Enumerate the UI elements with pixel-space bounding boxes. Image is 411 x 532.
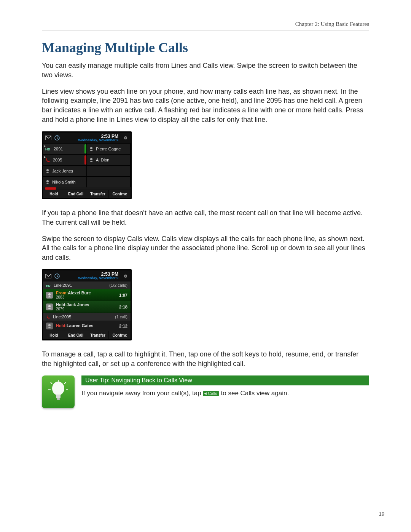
person-icon	[45, 180, 50, 184]
phone-status-bar: 2:53 PM Wednesday, November 9	[43, 133, 131, 143]
call-count: (1 call)	[115, 315, 127, 319]
svg-point-8	[46, 180, 49, 182]
line-ext: 2091	[54, 147, 63, 151]
svg-point-12	[125, 275, 126, 276]
user-tip-callout: User Tip: Navigating Back to Calls View …	[42, 375, 369, 408]
avatar-icon	[46, 304, 53, 310]
contact-name: Al Dion	[96, 158, 109, 162]
line-cell-contact[interactable]: Jack Jones	[43, 165, 87, 176]
svg-point-16	[48, 324, 51, 326]
intro-paragraph: You can easily manage multiple calls fro…	[42, 61, 369, 80]
softkey-hold[interactable]: Hold	[43, 190, 65, 198]
header-divider	[42, 30, 369, 31]
call-status-label: Hold:	[56, 302, 67, 307]
handset-icon	[45, 157, 51, 163]
call-count-badge: 2	[44, 144, 45, 147]
line-cell-empty	[87, 176, 131, 187]
calls-softkey-chip[interactable]: ◀ Calls	[203, 391, 219, 396]
contact-name: Nikola Smith	[52, 180, 76, 184]
status-date: Wednesday, November 9	[78, 276, 118, 280]
svg-rect-18	[56, 395, 61, 398]
line-label: Line:2095	[53, 315, 71, 319]
call-row-hold-red[interactable]: Hold:Lauren Gates 2:12	[43, 321, 131, 331]
svg-rect-19	[57, 398, 60, 400]
line-label: Line:2091	[54, 283, 72, 288]
handset-icon	[46, 315, 51, 319]
calls-view-paragraph: Swipe the screen to display Calls view. …	[42, 234, 369, 262]
svg-point-6	[90, 158, 92, 160]
caller-name: Jack Jones	[67, 302, 89, 307]
tip-text-post: to see Calls view again.	[221, 390, 289, 397]
gear-icon	[123, 273, 128, 279]
caller-ext: 2083	[56, 296, 91, 300]
call-count-badge: 1	[44, 155, 45, 158]
page: Chapter 2: Using Basic Features Managing…	[0, 0, 411, 532]
tap-line-paragraph: If you tap a phone line that doesn't hav…	[42, 208, 369, 227]
mail-icon	[45, 136, 51, 140]
chevron-left-icon: ◀	[204, 392, 207, 395]
lightbulb-icon	[42, 375, 75, 408]
caller-ext: 2079	[56, 307, 89, 312]
call-status-label: Hold:	[56, 323, 67, 328]
softkey-transfer[interactable]: Transfer	[87, 331, 109, 339]
person-icon	[89, 147, 94, 151]
softkey-transfer[interactable]: Transfer	[87, 190, 109, 198]
softkey-bar: Hold End Call Transfer Confrnc	[43, 190, 131, 198]
person-icon	[45, 169, 50, 173]
calls-line-header-2091[interactable]: HD Line:2091 (1/2 calls)	[43, 281, 131, 289]
tip-header: User Tip: Navigating Back to Calls View	[81, 375, 369, 385]
page-number: 19	[379, 511, 384, 517]
svg-point-7	[46, 169, 49, 171]
call-status-label: From:	[56, 291, 68, 295]
contact-name: Pierre Gagne	[96, 147, 121, 151]
softkey-end-call[interactable]: End Call	[65, 331, 87, 339]
softkey-end-call[interactable]: End Call	[65, 190, 87, 198]
contact-name: Jack Jones	[52, 169, 73, 173]
avatar-icon	[46, 292, 53, 299]
svg-point-14	[48, 293, 51, 296]
svg-text:HD: HD	[45, 147, 50, 151]
line-cell-2095[interactable]: 1 2095	[43, 154, 87, 165]
line-cell-contact[interactable]: Al Dion	[87, 154, 131, 165]
chip-label: Calls	[208, 391, 217, 396]
call-row-active[interactable]: From:Alexei Bure 2083 1:07	[43, 289, 131, 301]
clock-icon	[54, 135, 60, 141]
tip-text: If you navigate away from your call(s), …	[81, 389, 369, 398]
caller-name: Alexei Bure	[68, 291, 91, 295]
call-timer: 2:18	[119, 305, 127, 309]
softkey-hold[interactable]: Hold	[43, 331, 65, 339]
svg-point-17	[52, 382, 64, 395]
calls-view-screenshot: 2:53 PM Wednesday, November 9 HD Line:20…	[42, 269, 132, 340]
line-cell-2091[interactable]: 2 HD 2091	[43, 143, 87, 154]
line-cell-empty	[87, 165, 131, 176]
phone-status-bar: 2:53 PM Wednesday, November 9	[43, 270, 131, 281]
softkey-bar: Hold End Call Transfer Confrnc	[43, 331, 131, 339]
lines-description-paragraph: Lines view shows you each line on your p…	[42, 87, 369, 125]
line-cell-contact[interactable]: Nikola Smith	[43, 176, 87, 187]
avatar-icon	[46, 323, 53, 329]
svg-point-3	[125, 137, 126, 139]
call-timer: 1:07	[119, 293, 127, 297]
held-call-indicator	[84, 155, 86, 165]
softkey-confrnc[interactable]: Confrnc	[109, 331, 131, 339]
svg-text:HD: HD	[46, 284, 51, 288]
lines-grid: 2 HD 2091 Pierre Gagne 1 2095	[43, 143, 131, 187]
softkey-confrnc[interactable]: Confrnc	[109, 190, 131, 198]
line-ext: 2095	[53, 158, 62, 162]
person-icon	[89, 158, 94, 162]
line-cell-contact[interactable]: Pierre Gagne	[87, 143, 131, 154]
active-call-indicator	[84, 144, 86, 153]
call-row-hold[interactable]: Hold:Jack Jones 2079 2:18	[43, 301, 131, 313]
hd-icon: HD	[45, 146, 51, 152]
lines-view-screenshot: 2:53 PM Wednesday, November 9 2 HD 2091	[42, 131, 132, 199]
manage-call-paragraph: To manage a call, tap a call to highligh…	[42, 350, 369, 369]
call-timer: 2:12	[119, 324, 127, 328]
tip-text-pre: If you navigate away from your call(s), …	[81, 390, 203, 397]
mail-icon	[45, 274, 51, 278]
clock-icon	[54, 273, 60, 279]
caller-name: Lauren Gates	[67, 323, 93, 328]
calls-line-header-2095[interactable]: Line:2095 (1 call)	[43, 313, 131, 321]
hd-icon: HD	[46, 283, 51, 288]
gear-icon	[123, 135, 128, 141]
status-date: Wednesday, November 9	[78, 139, 118, 142]
